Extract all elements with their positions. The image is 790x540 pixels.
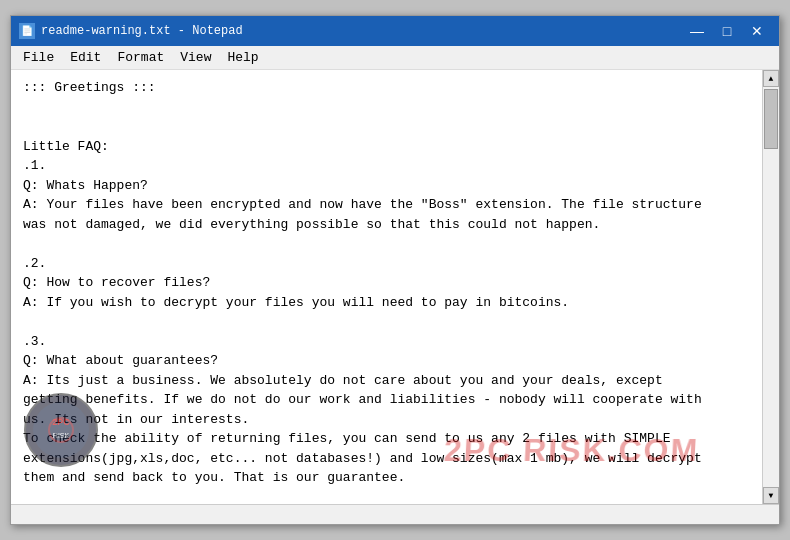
text-content[interactable]: ::: Greetings ::: Little FAQ: .1. Q: Wha… xyxy=(11,70,762,504)
title-bar-left: 📄 readme-warning.txt - Notepad xyxy=(19,23,243,39)
scroll-down-button[interactable]: ▼ xyxy=(763,487,779,504)
close-button[interactable]: ✕ xyxy=(743,20,771,42)
status-bar xyxy=(11,504,779,524)
scroll-track[interactable] xyxy=(763,87,779,487)
menu-format[interactable]: Format xyxy=(109,48,172,67)
menu-bar: File Edit Format View Help xyxy=(11,46,779,70)
window-title: readme-warning.txt - Notepad xyxy=(41,24,243,38)
vertical-scrollbar[interactable]: ▲ ▼ xyxy=(762,70,779,504)
menu-help[interactable]: Help xyxy=(219,48,266,67)
minimize-button[interactable]: — xyxy=(683,20,711,42)
menu-view[interactable]: View xyxy=(172,48,219,67)
notepad-window: 📄 readme-warning.txt - Notepad — □ ✕ Fil… xyxy=(10,15,780,525)
scroll-thumb[interactable] xyxy=(764,89,778,149)
title-bar: 📄 readme-warning.txt - Notepad — □ ✕ xyxy=(11,16,779,46)
maximize-button[interactable]: □ xyxy=(713,20,741,42)
menu-file[interactable]: File xyxy=(15,48,62,67)
scroll-up-button[interactable]: ▲ xyxy=(763,70,779,87)
app-icon: 📄 xyxy=(19,23,35,39)
text-area-container: ::: Greetings ::: Little FAQ: .1. Q: Wha… xyxy=(11,70,779,504)
menu-edit[interactable]: Edit xyxy=(62,48,109,67)
title-bar-controls: — □ ✕ xyxy=(683,20,771,42)
content-area: ::: Greetings ::: Little FAQ: .1. Q: Wha… xyxy=(11,70,779,504)
